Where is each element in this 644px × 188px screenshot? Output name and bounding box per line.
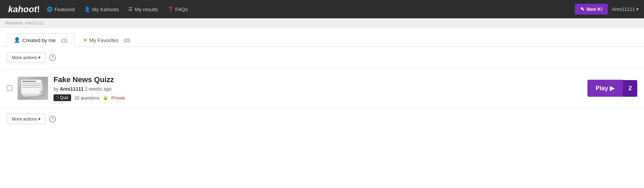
quiz-card: Fakeoderecht? Fake News Quizz by Ares111… [0, 69, 644, 108]
tab-created-icon: 👤 [14, 37, 20, 43]
quiz-info: Fake News Quizz by Ares11111 2 weeks ago… [53, 75, 582, 101]
play-count-button[interactable]: 2 [623, 80, 637, 97]
newspaper-page-3 [21, 79, 41, 94]
logo[interactable]: kahoot! [5, 3, 43, 16]
nav-my-kahoots[interactable]: 👤 My Kahoots [80, 4, 123, 14]
newspaper-line-3 [22, 85, 41, 86]
quiz-questions: 10 questions [74, 95, 100, 100]
newspaper-line-1 [22, 81, 36, 82]
play-button[interactable]: Play ▶ [587, 80, 623, 97]
newspaper-stack: Fakeoderecht? [21, 79, 45, 97]
navbar: kahoot! 🌐 Featured 👤 My Kahoots ☰ My res… [0, 0, 644, 18]
main-content: 👤 Created by me (1) ★ My Favorites (0) M… [0, 28, 644, 188]
newspaper-line-2 [22, 83, 41, 84]
bottom-toolbar: More actions ▾ ? [0, 108, 644, 130]
play-container: Play ▶ 2 [587, 80, 637, 97]
more-actions-bottom-button[interactable]: More actions ▾ [7, 114, 46, 124]
quiz-private: Private [111, 95, 125, 100]
top-toolbar: More actions ▾ ? [0, 47, 644, 69]
tab-created-by-me[interactable]: 👤 Created by me (1) [7, 33, 74, 47]
lock-icon: 🔒 [103, 95, 108, 100]
newspaper-lines [22, 81, 41, 89]
logo-text: kahoot [8, 4, 37, 14]
quiz-meta: by Ares11111 2 weeks ago [53, 86, 582, 92]
subnav-bar: Redirects: Ares11111 [0, 18, 644, 28]
globe-icon: 🌐 [47, 6, 52, 12]
more-actions-top-button[interactable]: More actions ▾ [7, 52, 46, 63]
thumbnail-inner: Fakeoderecht? [18, 77, 48, 100]
question-circle-icon: ❓ [168, 6, 173, 12]
nav-featured[interactable]: 🌐 Featured [43, 4, 79, 14]
newspaper-line-4 [22, 87, 41, 88]
tab-my-favorites[interactable]: ★ My Favorites (0) [76, 33, 137, 46]
tab-favorites-icon: ★ [83, 37, 87, 43]
help-icon-bottom[interactable]: ? [49, 116, 56, 123]
badge-question-icon: ? [56, 95, 59, 100]
new-k-button[interactable]: ✎ New K! [575, 4, 608, 15]
tabs-container: 👤 Created by me (1) ★ My Favorites (0) [0, 28, 644, 47]
nav-my-results[interactable]: ☰ My results [124, 4, 162, 14]
subnav-text: Redirects: Ares11111 [5, 21, 44, 25]
fake-news-label: Fakeoderecht? [39, 90, 44, 96]
help-icon-top[interactable]: ? [49, 54, 56, 61]
user-menu[interactable]: Ares11111 ▾ [612, 6, 639, 12]
list-icon: ☰ [128, 6, 133, 12]
edit-icon: ✎ [580, 6, 584, 12]
quiz-title: Fake News Quizz [53, 75, 582, 84]
quiz-thumbnail: Fakeoderecht? [18, 77, 48, 100]
nav-faqs[interactable]: ❓ FAQs [164, 4, 192, 14]
quiz-author: Ares11111 [60, 86, 84, 92]
user-icon: 👤 [84, 6, 90, 12]
quiz-tags: ? Quiz 10 questions 🔒 Private [53, 94, 582, 101]
quiz-badge: ? Quiz [53, 94, 71, 101]
nav-links: 🌐 Featured 👤 My Kahoots ☰ My results ❓ F… [43, 4, 575, 14]
quiz-checkbox[interactable] [7, 86, 12, 91]
logo-exclaim: ! [37, 4, 40, 14]
